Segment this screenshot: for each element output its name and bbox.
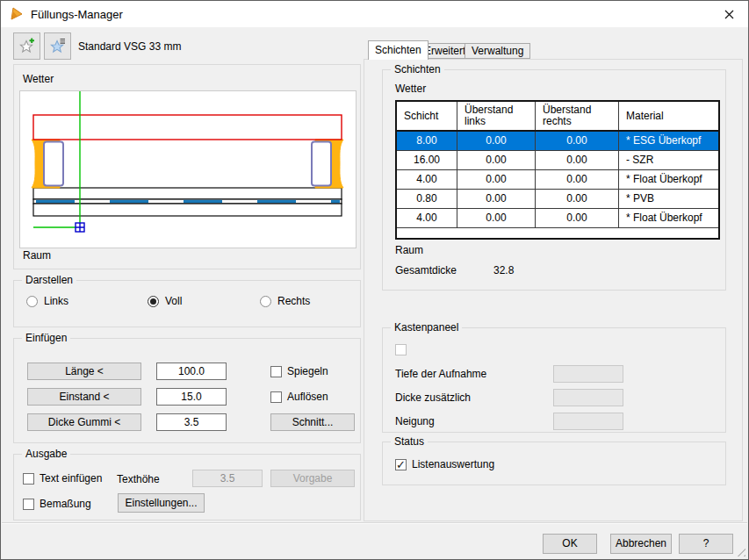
darstellen-legend: Darstellen: [22, 275, 76, 286]
einstand-input[interactable]: [156, 388, 227, 406]
table-wetter-label: Wetter: [395, 83, 426, 95]
footer-separator: [2, 522, 747, 524]
listenauswertung-checkbox[interactable]: Listenauswertung: [395, 458, 494, 470]
window-title: Füllungs-Manager: [31, 8, 123, 21]
resize-grip-icon[interactable]: [735, 546, 745, 556]
table-cell[interactable]: 0.00: [457, 209, 536, 227]
gesamtdicke-label: Gesamtdicke: [395, 264, 457, 276]
table-cell[interactable]: 0.00: [536, 209, 619, 227]
table-cell[interactable]: 0.00: [536, 170, 619, 189]
schichten-group: Schichten Wetter SchichtÜberstand linksÜ…: [382, 69, 726, 291]
help-button[interactable]: ?: [679, 534, 733, 554]
radio-rechts[interactable]: Rechts: [260, 295, 310, 307]
table-cell[interactable]: 0.00: [536, 151, 619, 169]
tab-schichten[interactable]: Schichten: [368, 40, 429, 60]
table-cell[interactable]: 0.00: [457, 132, 536, 150]
tiefe-aufnahme-input: [553, 365, 623, 383]
tiefe-aufnahme-label: Tiefe der Aufnahme: [395, 368, 486, 380]
ausgabe-legend: Ausgabe: [22, 449, 70, 460]
bemassung-checkbox[interactable]: Bemaßung: [23, 498, 91, 510]
table-row[interactable]: 4.000.000.00* Float Überkopf: [397, 209, 718, 228]
neigung-label: Neigung: [395, 415, 435, 427]
checkbox-icon: [270, 366, 282, 377]
table-cell[interactable]: 0.80: [397, 190, 457, 208]
table-cell[interactable]: 0.00: [536, 190, 619, 208]
listenauswertung-label: Listenauswertung: [412, 458, 494, 470]
favorite-menu-button[interactable]: [44, 32, 71, 60]
radio-links[interactable]: Links: [26, 295, 68, 307]
table-cell[interactable]: 16.00: [397, 151, 457, 169]
table-cell[interactable]: 0.00: [457, 190, 536, 208]
schichten-legend: Schichten: [391, 64, 444, 75]
table-raum-label: Raum: [395, 244, 423, 256]
favorite-add-button[interactable]: [13, 32, 40, 60]
table-header-cell: Schicht: [397, 102, 457, 130]
einfuegen-legend: Einfügen: [22, 333, 70, 344]
radio-voll[interactable]: Voll: [148, 295, 182, 307]
vorgabe-button: Vorgabe: [270, 470, 355, 487]
neigung-input: [553, 413, 623, 430]
status-legend: Status: [391, 436, 428, 448]
dicke-gummi-input[interactable]: [156, 413, 227, 431]
radio-circle-icon: [260, 296, 271, 307]
table-header-cell: Überstand links: [457, 102, 536, 130]
layers-table-header: SchichtÜberstand linksÜberstand rechtsMa…: [397, 102, 718, 132]
einstellungen-button[interactable]: Einstellungen...: [118, 493, 205, 513]
schnitt-button[interactable]: Schnitt...: [270, 413, 355, 431]
table-cell[interactable]: 0.00: [457, 170, 536, 189]
kastenpaneel-checkbox: [395, 344, 407, 355]
aufloesen-checkbox[interactable]: Auflösen: [270, 391, 328, 403]
einstand-button[interactable]: Einstand <: [27, 388, 141, 406]
radio-circle-icon: [26, 296, 38, 307]
table-header-cell: Material: [619, 102, 718, 130]
table-cell[interactable]: * PVB: [619, 190, 718, 208]
layers-table[interactable]: SchichtÜberstand linksÜberstand rechtsMa…: [395, 100, 720, 240]
table-row[interactable]: 16.000.000.00- SZR: [397, 151, 718, 170]
layers-table-body: 8.000.000.00* ESG Überkopf16.000.000.00-…: [397, 132, 718, 228]
darstellen-group: Darstellen Links Voll Rechts: [13, 280, 361, 327]
ausgabe-group: Ausgabe Text einfügen Texthöhe Vorgabe B…: [13, 454, 361, 521]
laenge-input[interactable]: [156, 363, 227, 380]
preset-name-label: Standard VSG 33 mm: [78, 40, 181, 53]
cancel-button[interactable]: Abbrechen: [610, 534, 672, 554]
ok-button[interactable]: OK: [543, 534, 597, 554]
tab-verwaltung[interactable]: Verwaltung: [465, 43, 530, 59]
title-bar: Füllungs-Manager: [1, 1, 748, 27]
table-row[interactable]: 8.000.000.00* ESG Überkopf: [397, 132, 718, 151]
star-plus-icon: [18, 38, 35, 54]
text-einfuegen-checkbox[interactable]: Text einfügen: [23, 472, 102, 485]
gesamtdicke-value: 32.8: [493, 264, 514, 276]
table-cell[interactable]: * Float Überkopf: [619, 209, 718, 227]
table-cell[interactable]: - SZR: [619, 151, 718, 169]
dicke-zusaetzlich-input: [553, 389, 623, 406]
table-cell[interactable]: 8.00: [397, 132, 457, 150]
spiegeln-checkbox[interactable]: Spiegeln: [270, 365, 328, 377]
table-cell[interactable]: 0.00: [457, 151, 536, 169]
star-menu-icon: [49, 38, 66, 54]
app-logo-icon: [10, 7, 24, 21]
table-cell[interactable]: 4.00: [397, 170, 457, 189]
texthoehe-label: Texthöhe: [117, 473, 160, 485]
close-x-icon: [724, 10, 734, 19]
laenge-button[interactable]: Länge <: [27, 363, 141, 380]
table-cell[interactable]: 4.00: [397, 209, 457, 227]
dicke-zusaetzlich-label: Dicke zusätzlich: [395, 391, 471, 404]
radio-links-label: Links: [44, 295, 68, 307]
radio-rechts-label: Rechts: [277, 295, 310, 307]
close-button[interactable]: [709, 1, 748, 27]
table-row[interactable]: 0.800.000.00* PVB: [397, 190, 718, 209]
radio-circle-icon: [148, 296, 159, 307]
bemassung-label: Bemaßung: [40, 498, 91, 510]
checkbox-icon: [23, 499, 34, 510]
table-row[interactable]: 4.000.000.00* Float Überkopf: [397, 170, 718, 190]
checkbox-icon: [23, 473, 34, 485]
table-header-cell: Überstand rechts: [536, 102, 619, 130]
table-cell[interactable]: 0.00: [536, 132, 619, 150]
einfuegen-group: Einfügen Länge < Spiegeln Einstand < Auf…: [13, 338, 361, 443]
preview-raum-label: Raum: [23, 249, 51, 262]
table-cell[interactable]: * ESG Überkopf: [619, 132, 718, 150]
dicke-gummi-button[interactable]: Dicke Gummi <: [27, 413, 141, 431]
text-einfuegen-label: Text einfügen: [40, 472, 102, 485]
right-gasket-drawing: [312, 140, 343, 188]
table-cell[interactable]: * Float Überkopf: [619, 170, 718, 189]
